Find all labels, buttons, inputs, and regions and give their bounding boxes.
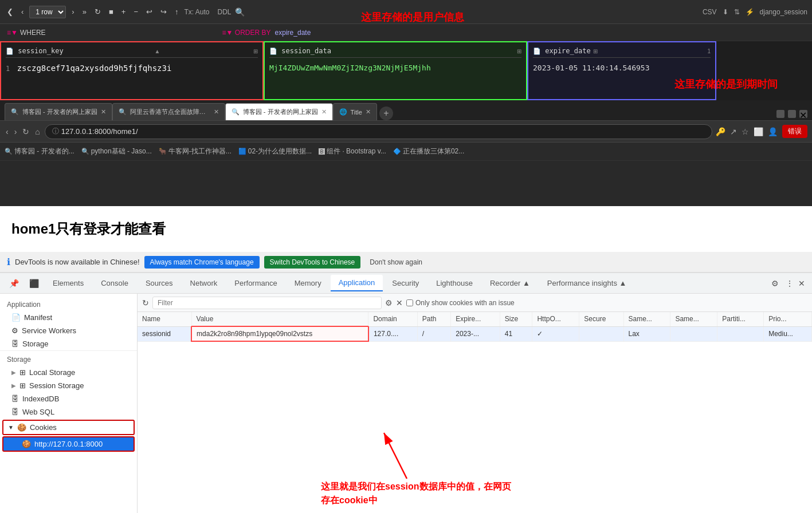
home-btn[interactable]: ⌂	[34, 126, 41, 137]
dt-pin-icon[interactable]: 📌	[5, 275, 23, 291]
csv-label: CSV	[703, 8, 717, 16]
sidebar-session-storage[interactable]: ▶ ⊞ Session Storage	[0, 379, 137, 392]
bm-icon-5: 🅱	[319, 148, 325, 155]
row-select[interactable]: 1 row	[29, 6, 66, 18]
new-tab-btn[interactable]: +	[379, 106, 393, 120]
devtools-close-icon[interactable]: ✕	[796, 275, 807, 291]
bm-3[interactable]: 🐂 牛客网-找工作神器...	[159, 147, 232, 156]
td-domain: 127.0....	[368, 326, 417, 341]
tab-recorder[interactable]: Recorder ▲	[482, 275, 538, 291]
bm-4[interactable]: 🟦 02-为什么使用数据...	[238, 147, 312, 156]
table-row[interactable]: sessionid mda2k2ro8n98hpm1lypqe09nol2vst…	[138, 326, 812, 341]
more-icon[interactable]: ⋮	[783, 275, 796, 291]
url-box[interactable]: ⓘ 127.0.0.1:8000/home1/	[45, 124, 712, 139]
filter-settings-icon[interactable]: ⚙	[385, 298, 393, 307]
tab-sources[interactable]: Sources	[138, 275, 181, 291]
filter-input[interactable]	[152, 297, 382, 309]
tab-network[interactable]: Network	[182, 275, 226, 291]
sidebar-service-workers[interactable]: ⚙ Service Workers	[0, 324, 137, 337]
tab-2[interactable]: 🔍 阿里云香港节点全面故障给抖... ✕	[112, 103, 225, 120]
bm-5[interactable]: 🅱 组件 · Bootstrap v...	[319, 147, 386, 156]
tab-perf-insights[interactable]: Performance insights ▲	[539, 275, 635, 291]
th-prio: Prio...	[764, 312, 812, 326]
local-storage-icon: ⊞	[19, 368, 26, 377]
maximize-btn[interactable]	[788, 110, 796, 118]
indexeddb-label: IndexedDB	[22, 394, 59, 403]
tab-elements[interactable]: Elements	[45, 275, 92, 291]
dt-refresh-btn[interactable]: ↻	[142, 298, 149, 307]
stop-btn[interactable]: ■	[107, 6, 116, 17]
nav-prev-btn2[interactable]: ‹	[19, 6, 26, 17]
td-prio: Mediu...	[764, 326, 812, 341]
up-btn[interactable]: ↑	[172, 6, 181, 17]
bm-1[interactable]: 🔍 博客园 - 开发者的...	[5, 147, 74, 156]
col-header-key: 📄 session_key	[6, 47, 64, 55]
person-icon[interactable]: 👤	[768, 127, 778, 136]
col-session-key: 📄 session_key ▲ ⊞ 1 zsczg8cef71qa2xysdod…	[0, 41, 264, 100]
tab-application[interactable]: Application	[331, 275, 383, 291]
nav-next-btn[interactable]: ›	[69, 6, 76, 17]
ddl-label: DDL	[218, 8, 232, 16]
star-icon[interactable]: ☆	[742, 127, 749, 136]
settings-icon[interactable]: ⚙	[767, 275, 783, 291]
tab-console[interactable]: Console	[93, 275, 136, 291]
switch-chinese-btn[interactable]: Switch DevTools to Chinese	[264, 256, 361, 269]
tab-lighthouse[interactable]: Lighthouse	[428, 275, 481, 291]
redo-btn[interactable]: ↪	[158, 6, 169, 17]
minimize-btn[interactable]	[776, 110, 784, 118]
th-path: Path	[417, 312, 450, 326]
dt-dock-icon[interactable]: ⬛	[25, 275, 44, 291]
service-workers-icon: ⚙	[11, 326, 18, 335]
tab-close-4[interactable]: ✕	[366, 108, 371, 116]
cookie-table: Name Value Domain Path Expire... Size Ht…	[138, 312, 812, 513]
tab-security[interactable]: Security	[384, 275, 427, 291]
refresh-nav-btn[interactable]: ↻	[21, 126, 30, 137]
bm-6[interactable]: 🔷 正在播放三体第02...	[393, 147, 464, 156]
toolbar-right: CSV ⬇ ⇅ ⚡ django_session	[703, 8, 807, 16]
tab-close-3[interactable]: ✕	[321, 108, 327, 116]
error-btn[interactable]: 错误	[782, 125, 807, 138]
sidebar-cookie-url[interactable]: 🍪 http://127.0.0.1:8000	[2, 436, 135, 452]
th-same2: Same...	[670, 312, 717, 326]
always-match-btn[interactable]: Always match Chrome's language	[144, 256, 260, 269]
sidebar-manifest[interactable]: 📄 Manifest	[0, 311, 137, 324]
undo-btn[interactable]: ↩	[144, 6, 155, 17]
forward-btn[interactable]: ›	[13, 126, 18, 137]
close-btn[interactable]: ✕	[799, 110, 807, 118]
tab-3[interactable]: 🔍 博客园 - 开发者的网上家园 ✕	[225, 103, 333, 120]
search-icon[interactable]: 🔍	[235, 7, 245, 17]
expand-session-storage: ▶	[11, 382, 16, 389]
dont-show-btn[interactable]: Don't show again	[365, 256, 427, 269]
nav-prev-btn[interactable]: ❮	[5, 6, 15, 17]
key-icon[interactable]: 🔑	[716, 127, 725, 136]
sidebar-storage[interactable]: 🗄 Storage	[0, 337, 137, 350]
share-icon[interactable]: ↗	[730, 127, 737, 136]
tab-close-1[interactable]: ✕	[101, 108, 106, 116]
refresh-btn[interactable]: ↻	[92, 6, 103, 17]
bm-2[interactable]: 🔍 python基础 - Jaso...	[81, 147, 152, 156]
cookie-url-icon: 🍪	[22, 440, 31, 448]
col-value-key: 1 zsczg8cef71qa2xysdod9h5fjfqhsz3i	[6, 60, 258, 76]
tab-4[interactable]: 🌐 Title ✕	[333, 103, 377, 120]
th-domain: Domain	[368, 312, 417, 326]
minus-btn[interactable]: −	[131, 6, 140, 17]
issue-checkbox[interactable]	[406, 299, 413, 306]
tab-close-2[interactable]: ✕	[214, 108, 219, 116]
tab-performance[interactable]: Performance	[226, 275, 285, 291]
td-expires: 2023-...	[451, 326, 500, 341]
back-btn[interactable]: ‹	[5, 126, 10, 137]
col-value-expire: 2023-01-05 11:40:14.546953	[533, 60, 711, 76]
sidebar-indexeddb[interactable]: 🗄 IndexedDB	[0, 392, 137, 405]
tab-1[interactable]: 🔍 博客园 - 开发者的网上家园 ✕	[5, 103, 112, 120]
tablet-icon[interactable]: ⬜	[754, 127, 763, 136]
storage-icon: 🗄	[11, 340, 19, 348]
nav-last-btn[interactable]: »	[80, 6, 89, 17]
tab-memory[interactable]: Memory	[287, 275, 329, 291]
sidebar-cookies[interactable]: ▼ 🍪 Cookies	[2, 420, 135, 435]
add-btn[interactable]: +	[119, 6, 128, 17]
th-secure: Secure	[579, 312, 623, 326]
sidebar-local-storage[interactable]: ▶ ⊞ Local Storage	[0, 366, 137, 379]
dt-tab-controls: ⚙ ⋮ ✕	[767, 275, 807, 291]
clear-filter-btn[interactable]: ✕	[396, 298, 403, 307]
sidebar-web-sql[interactable]: 🗄 Web SQL	[0, 405, 137, 419]
